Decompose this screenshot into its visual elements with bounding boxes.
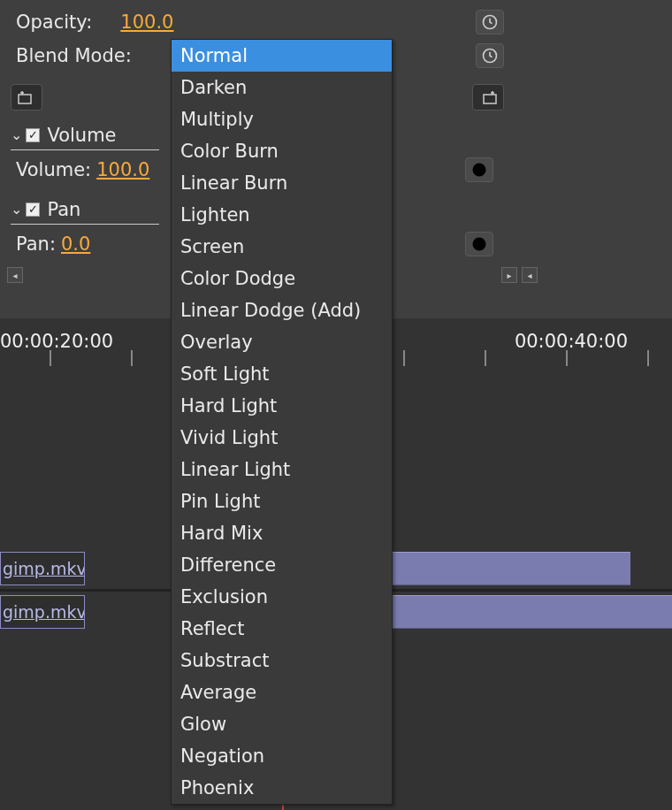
blend-option-vivid-light[interactable]: Vivid Light xyxy=(172,422,392,454)
pan-keyframe-button[interactable] xyxy=(465,232,493,256)
volume-checkbox[interactable]: ✓ xyxy=(26,128,40,142)
add-layer-in-button[interactable] xyxy=(11,84,42,111)
clock-icon xyxy=(470,161,488,179)
scroll-right-button[interactable]: ▸ xyxy=(501,267,517,283)
blend-option-color-burn[interactable]: Color Burn xyxy=(172,135,392,167)
chevron-down-icon[interactable]: ⌄ xyxy=(11,126,22,143)
blend-option-lighten[interactable]: Lighten xyxy=(172,199,392,231)
blend-option-difference[interactable]: Difference xyxy=(172,549,392,581)
clip-2-name: gimp.mkv xyxy=(1,596,84,628)
clip-1-tail[interactable] xyxy=(392,552,630,585)
opacity-keyframe-button[interactable] xyxy=(476,10,504,34)
blend-option-linear-light[interactable]: Linear Light xyxy=(172,454,392,485)
chevron-down-icon[interactable]: ⌄ xyxy=(11,201,22,218)
clip-2[interactable]: gimp.mkv xyxy=(0,595,85,629)
clock-icon xyxy=(481,13,499,31)
blend-option-soft-light[interactable]: Soft Light xyxy=(172,358,392,390)
blend-option-exclusion[interactable]: Exclusion xyxy=(172,581,392,613)
blend-option-darken[interactable]: Darken xyxy=(172,72,392,103)
blend-option-color-dodge[interactable]: Color Dodge xyxy=(172,263,392,294)
blend-option-overlay[interactable]: Overlay xyxy=(172,326,392,358)
blend-option-substract[interactable]: Substract xyxy=(172,645,392,676)
blend-option-phoenix[interactable]: Phoenix xyxy=(172,772,392,804)
volume-keyframe-button[interactable] xyxy=(465,157,493,182)
clock-icon xyxy=(481,47,499,65)
timecode-right: 00:00:40:00 xyxy=(515,331,628,352)
opacity-row: Opacity: 100.0 xyxy=(0,5,672,39)
opacity-value[interactable]: 100.0 xyxy=(120,11,173,33)
layer-out-icon xyxy=(478,89,498,105)
blend-option-multiply[interactable]: Multiply xyxy=(172,103,392,135)
blend-mode-label: Blend Mode: xyxy=(16,45,132,66)
layer-in-icon xyxy=(17,89,36,105)
clock-icon xyxy=(470,235,488,253)
pan-value[interactable]: 0.0 xyxy=(61,233,90,255)
clip-2-tail[interactable] xyxy=(392,595,672,629)
volume-title: Volume xyxy=(47,125,116,146)
opacity-label: Opacity: xyxy=(16,11,92,33)
pan-title: Pan xyxy=(47,199,80,220)
svg-rect-2 xyxy=(19,95,31,103)
blend-option-negation[interactable]: Negation xyxy=(172,740,392,772)
pan-label: Pan: xyxy=(16,233,56,255)
blend-mode-keyframe-button[interactable] xyxy=(476,43,504,68)
blend-mode-dropdown[interactable]: NormalDarkenMultiplyColor BurnLinear Bur… xyxy=(171,39,393,805)
blend-option-reflect[interactable]: Reflect xyxy=(172,613,392,645)
scroll-left-button[interactable]: ◂ xyxy=(7,267,23,283)
scroll-left-button-2[interactable]: ◂ xyxy=(522,267,538,283)
clip-1[interactable]: gimp.mkv xyxy=(0,552,85,585)
blend-option-screen[interactable]: Screen xyxy=(172,231,392,263)
pan-checkbox[interactable]: ✓ xyxy=(26,202,40,217)
blend-option-hard-light[interactable]: Hard Light xyxy=(172,390,392,422)
blend-option-hard-mix[interactable]: Hard Mix xyxy=(172,517,392,549)
volume-value[interactable]: 100.0 xyxy=(96,159,149,180)
blend-option-normal[interactable]: Normal xyxy=(172,40,392,72)
volume-section-header[interactable]: ⌄ ✓ Volume xyxy=(11,120,159,150)
volume-label: Volume: xyxy=(16,159,91,180)
add-layer-out-button[interactable] xyxy=(472,84,504,111)
pan-section-header[interactable]: ⌄ ✓ Pan xyxy=(11,195,159,225)
svg-rect-3 xyxy=(484,95,496,103)
timecode-left: 00:00:20:00 xyxy=(0,331,113,352)
blend-option-linear-dodge-add-[interactable]: Linear Dodge (Add) xyxy=(172,294,392,326)
blend-option-linear-burn[interactable]: Linear Burn xyxy=(172,167,392,199)
blend-option-pin-light[interactable]: Pin Light xyxy=(172,485,392,517)
blend-option-average[interactable]: Average xyxy=(172,676,392,708)
blend-option-glow[interactable]: Glow xyxy=(172,708,392,740)
clip-1-name: gimp.mkv xyxy=(1,553,84,585)
